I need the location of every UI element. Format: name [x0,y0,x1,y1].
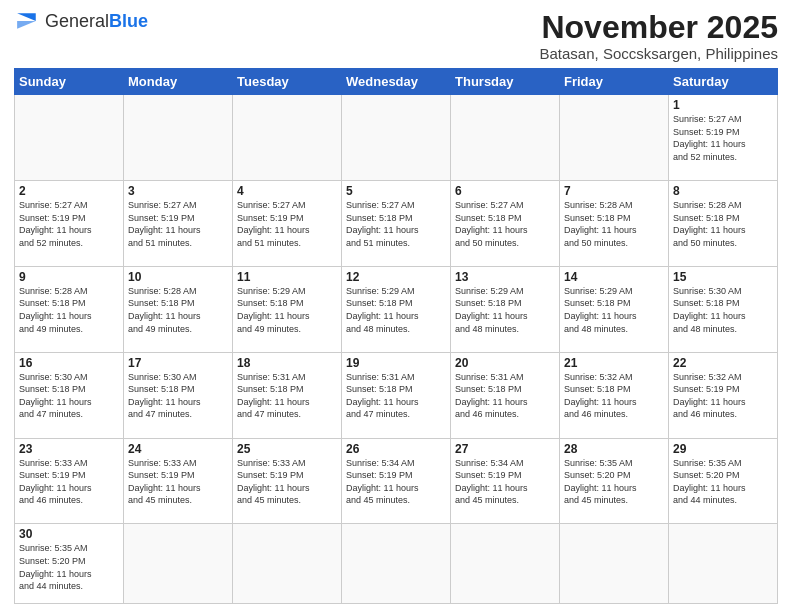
day-info: Sunrise: 5:28 AM Sunset: 5:18 PM Dayligh… [128,285,228,335]
day-info: Sunrise: 5:31 AM Sunset: 5:18 PM Dayligh… [455,371,555,421]
table-row [233,524,342,604]
day-number: 25 [237,442,337,456]
day-info: Sunrise: 5:30 AM Sunset: 5:18 PM Dayligh… [128,371,228,421]
day-number: 20 [455,356,555,370]
day-info: Sunrise: 5:35 AM Sunset: 5:20 PM Dayligh… [673,457,773,507]
day-info: Sunrise: 5:27 AM Sunset: 5:19 PM Dayligh… [673,113,773,163]
day-number: 5 [346,184,446,198]
day-info: Sunrise: 5:27 AM Sunset: 5:19 PM Dayligh… [19,199,119,249]
table-row: 8Sunrise: 5:28 AM Sunset: 5:18 PM Daylig… [669,181,778,267]
day-info: Sunrise: 5:31 AM Sunset: 5:18 PM Dayligh… [346,371,446,421]
table-row: 13Sunrise: 5:29 AM Sunset: 5:18 PM Dayli… [451,266,560,352]
table-row [124,95,233,181]
day-info: Sunrise: 5:33 AM Sunset: 5:19 PM Dayligh… [128,457,228,507]
day-number: 26 [346,442,446,456]
day-info: Sunrise: 5:35 AM Sunset: 5:20 PM Dayligh… [19,542,119,592]
day-info: Sunrise: 5:33 AM Sunset: 5:19 PM Dayligh… [237,457,337,507]
table-row: 25Sunrise: 5:33 AM Sunset: 5:19 PM Dayli… [233,438,342,524]
day-info: Sunrise: 5:31 AM Sunset: 5:18 PM Dayligh… [237,371,337,421]
day-info: Sunrise: 5:30 AM Sunset: 5:18 PM Dayligh… [673,285,773,335]
day-number: 9 [19,270,119,284]
table-row: 29Sunrise: 5:35 AM Sunset: 5:20 PM Dayli… [669,438,778,524]
day-number: 23 [19,442,119,456]
table-row: 4Sunrise: 5:27 AM Sunset: 5:19 PM Daylig… [233,181,342,267]
day-number: 19 [346,356,446,370]
day-number: 12 [346,270,446,284]
table-row: 21Sunrise: 5:32 AM Sunset: 5:18 PM Dayli… [560,352,669,438]
calendar-week-5: 23Sunrise: 5:33 AM Sunset: 5:19 PM Dayli… [15,438,778,524]
calendar-week-3: 9Sunrise: 5:28 AM Sunset: 5:18 PM Daylig… [15,266,778,352]
day-number: 16 [19,356,119,370]
table-row: 9Sunrise: 5:28 AM Sunset: 5:18 PM Daylig… [15,266,124,352]
table-row [451,524,560,604]
day-info: Sunrise: 5:30 AM Sunset: 5:18 PM Dayligh… [19,371,119,421]
day-number: 22 [673,356,773,370]
month-title: November 2025 [540,10,778,45]
day-number: 1 [673,98,773,112]
table-row [233,95,342,181]
day-number: 11 [237,270,337,284]
logo-text: GeneralBlue [45,11,148,32]
table-row [669,524,778,604]
day-info: Sunrise: 5:27 AM Sunset: 5:19 PM Dayligh… [128,199,228,249]
day-number: 30 [19,527,119,541]
table-row [342,524,451,604]
day-number: 17 [128,356,228,370]
table-row: 1Sunrise: 5:27 AM Sunset: 5:19 PM Daylig… [669,95,778,181]
day-info: Sunrise: 5:32 AM Sunset: 5:18 PM Dayligh… [564,371,664,421]
table-row [560,95,669,181]
day-number: 21 [564,356,664,370]
table-row: 26Sunrise: 5:34 AM Sunset: 5:19 PM Dayli… [342,438,451,524]
location: Batasan, Soccsksargen, Philippines [540,45,778,62]
table-row: 23Sunrise: 5:33 AM Sunset: 5:19 PM Dayli… [15,438,124,524]
table-row: 20Sunrise: 5:31 AM Sunset: 5:18 PM Dayli… [451,352,560,438]
day-number: 27 [455,442,555,456]
table-row: 24Sunrise: 5:33 AM Sunset: 5:19 PM Dayli… [124,438,233,524]
header-thursday: Thursday [451,69,560,95]
day-info: Sunrise: 5:29 AM Sunset: 5:18 PM Dayligh… [564,285,664,335]
day-info: Sunrise: 5:34 AM Sunset: 5:19 PM Dayligh… [346,457,446,507]
table-row [342,95,451,181]
header-saturday: Saturday [669,69,778,95]
table-row: 18Sunrise: 5:31 AM Sunset: 5:18 PM Dayli… [233,352,342,438]
table-row: 6Sunrise: 5:27 AM Sunset: 5:18 PM Daylig… [451,181,560,267]
day-info: Sunrise: 5:34 AM Sunset: 5:19 PM Dayligh… [455,457,555,507]
table-row: 14Sunrise: 5:29 AM Sunset: 5:18 PM Dayli… [560,266,669,352]
day-info: Sunrise: 5:27 AM Sunset: 5:19 PM Dayligh… [237,199,337,249]
day-number: 24 [128,442,228,456]
table-row: 27Sunrise: 5:34 AM Sunset: 5:19 PM Dayli… [451,438,560,524]
day-number: 15 [673,270,773,284]
title-area: November 2025 Batasan, Soccsksargen, Phi… [540,10,778,62]
day-info: Sunrise: 5:28 AM Sunset: 5:18 PM Dayligh… [564,199,664,249]
day-number: 14 [564,270,664,284]
table-row: 19Sunrise: 5:31 AM Sunset: 5:18 PM Dayli… [342,352,451,438]
day-info: Sunrise: 5:27 AM Sunset: 5:18 PM Dayligh… [455,199,555,249]
table-row: 28Sunrise: 5:35 AM Sunset: 5:20 PM Dayli… [560,438,669,524]
header-friday: Friday [560,69,669,95]
table-row: 17Sunrise: 5:30 AM Sunset: 5:18 PM Dayli… [124,352,233,438]
day-info: Sunrise: 5:35 AM Sunset: 5:20 PM Dayligh… [564,457,664,507]
day-number: 8 [673,184,773,198]
header-monday: Monday [124,69,233,95]
table-row: 5Sunrise: 5:27 AM Sunset: 5:18 PM Daylig… [342,181,451,267]
table-row [124,524,233,604]
day-info: Sunrise: 5:28 AM Sunset: 5:18 PM Dayligh… [19,285,119,335]
day-number: 2 [19,184,119,198]
logo: GeneralBlue [14,10,148,32]
day-info: Sunrise: 5:27 AM Sunset: 5:18 PM Dayligh… [346,199,446,249]
table-row: 15Sunrise: 5:30 AM Sunset: 5:18 PM Dayli… [669,266,778,352]
day-number: 3 [128,184,228,198]
header-wednesday: Wednesday [342,69,451,95]
page: GeneralBlue November 2025 Batasan, Soccs… [0,0,792,612]
calendar-header-row: Sunday Monday Tuesday Wednesday Thursday… [15,69,778,95]
day-info: Sunrise: 5:29 AM Sunset: 5:18 PM Dayligh… [455,285,555,335]
table-row: 10Sunrise: 5:28 AM Sunset: 5:18 PM Dayli… [124,266,233,352]
day-number: 7 [564,184,664,198]
day-info: Sunrise: 5:32 AM Sunset: 5:19 PM Dayligh… [673,371,773,421]
day-number: 6 [455,184,555,198]
table-row: 12Sunrise: 5:29 AM Sunset: 5:18 PM Dayli… [342,266,451,352]
day-number: 29 [673,442,773,456]
day-info: Sunrise: 5:28 AM Sunset: 5:18 PM Dayligh… [673,199,773,249]
table-row: 2Sunrise: 5:27 AM Sunset: 5:19 PM Daylig… [15,181,124,267]
day-info: Sunrise: 5:29 AM Sunset: 5:18 PM Dayligh… [346,285,446,335]
